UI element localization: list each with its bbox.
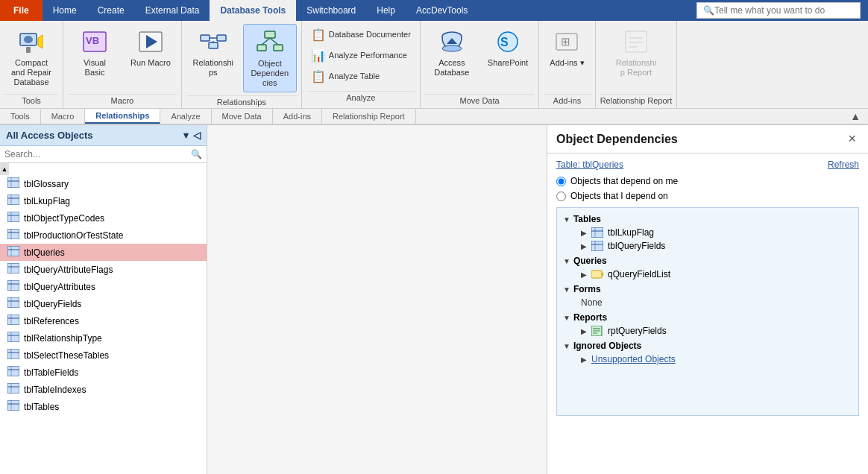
dep-table-link[interactable]: Table: tblQueries — [556, 159, 623, 170]
run-macro-icon — [136, 27, 166, 57]
collapse-ribbon-button[interactable]: ▲ — [843, 110, 868, 122]
dep-radio-i-depend-on: Objects that I depend on — [556, 191, 859, 201]
table-icon-tblLkupFlag — [591, 227, 603, 238]
tab-database-tools[interactable]: Database Tools — [210, 0, 296, 21]
relationships-button[interactable]: Relationships — [186, 24, 240, 80]
tab-help[interactable]: Help — [366, 0, 406, 21]
tab-switchboard[interactable]: Switchboard — [296, 0, 366, 21]
dep-tree-section-ignored: ▼ Ignored Objects ▶ Unsupported Objects — [560, 339, 855, 366]
sidebar-item-tblQueryAttributes[interactable]: tblQueryAttributes — [0, 278, 207, 295]
tab-external-data[interactable]: External Data — [135, 0, 210, 21]
sidebar-search-input[interactable] — [4, 149, 188, 159]
table-icon-tblTableIndexes — [7, 383, 19, 396]
dep-unsupported-objects-link[interactable]: Unsupported Objects — [591, 354, 676, 364]
table-icon-tblQueryFields — [591, 241, 603, 251]
dep-radio-depend-on-me-input[interactable] — [556, 177, 566, 186]
dep-item-label-rptQueryFields: rptQueryFields — [608, 326, 667, 336]
rbb-relationships[interactable]: Relationships — [85, 109, 160, 124]
ribbon-group-tools: Compact and Repair Database Tools — [0, 21, 63, 108]
svg-rect-65 — [7, 383, 19, 394]
rbb-tools[interactable]: Tools — [0, 109, 41, 124]
sidebar-item-tblQueries[interactable]: tblQueries — [0, 244, 207, 261]
add-ins-button[interactable]: ⊞ Add-ins ▾ — [544, 24, 590, 71]
rbb-analyze[interactable]: Analyze — [160, 109, 211, 124]
svg-rect-47 — [7, 280, 19, 291]
ribbon-group-macro: VB Visual Basic Run Macro Macro — [63, 21, 182, 108]
database-documenter-button[interactable]: 📋 Database Documenter — [306, 25, 415, 44]
tab-create[interactable]: Create — [87, 0, 135, 21]
object-dependencies-button[interactable]: Object Dependencies — [243, 24, 297, 92]
sidebar-item-label-tblRelationshipType: tblRelationshipType — [24, 333, 102, 344]
sidebar-item-tblObjectTypeCodes[interactable]: tblObjectTypeCodes — [0, 209, 207, 227]
sidebar-item-tblTables[interactable]: tblTables — [0, 398, 207, 415]
dep-refresh-button[interactable]: Refresh — [828, 159, 859, 170]
sidebar-title: All Access Objects — [6, 130, 93, 141]
item-arrow-qQueryFieldList: ▶ — [581, 271, 587, 279]
sidebar-item-tblQueryFields[interactable]: tblQueryFields — [0, 295, 207, 312]
sidebar-scroll-up[interactable]: ▲ — [0, 163, 9, 175]
sidebar-item-tblReferences[interactable]: tblReferences — [0, 312, 207, 329]
visual-basic-icon: VB — [80, 27, 110, 57]
table-icon-tblLkupFlag — [7, 195, 19, 207]
relationship-report-button[interactable]: Relationship Report — [609, 24, 663, 80]
rbb-macro[interactable]: Macro — [41, 109, 86, 124]
dep-tree-header-forms[interactable]: ▼ Forms — [560, 282, 855, 296]
sidebar-item-label-tblSelectTheseTables: tblSelectTheseTables — [24, 350, 109, 361]
sidebar-close-icon[interactable]: ◁ — [193, 130, 201, 141]
svg-point-1 — [24, 36, 33, 43]
macro-group-label: Macro — [68, 94, 177, 108]
compact-repair-button[interactable]: Compact and Repair Database — [4, 24, 58, 91]
sidebar-item-tblProductionOrTestState[interactable]: tblProductionOrTestState — [0, 227, 207, 244]
rbb-move-data[interactable]: Move Data — [212, 109, 273, 124]
dep-tree-item-qQueryFieldList[interactable]: ▶ qQueryFieldList — [560, 268, 855, 281]
object-dependencies-label: Object Dependencies — [250, 59, 290, 89]
svg-text:S: S — [500, 36, 509, 48]
rbb-add-ins[interactable]: Add-ins — [273, 109, 322, 124]
sharepoint-icon: S — [493, 27, 523, 57]
table-icon-tblObjectTypeCodes — [7, 212, 19, 224]
analyze-performance-button[interactable]: 📊 Analyze Performance — [306, 46, 415, 65]
rbb-rel-report[interactable]: Relationship Report — [322, 109, 416, 124]
access-database-button[interactable]: Access Database — [425, 24, 479, 80]
dep-tree-section-forms: ▼ Forms None — [560, 282, 855, 309]
dep-tree-item-unsupported[interactable]: ▶ Unsupported Objects — [560, 353, 855, 366]
sharepoint-button[interactable]: S SharePoint — [482, 24, 534, 71]
sidebar-menu-icon[interactable]: ▾ — [183, 130, 189, 141]
dep-radio-i-depend-on-input[interactable] — [556, 192, 566, 201]
ribbon-bar: Compact and Repair Database Tools VB Vis… — [0, 21, 868, 109]
ribbon-group-tools-items: Compact and Repair Database — [4, 24, 58, 94]
obj-dep-close-button[interactable]: × — [845, 131, 859, 147]
sidebar-item-tblSelectTheseTables[interactable]: tblSelectTheseTables — [0, 347, 207, 364]
database-documenter-icon: 📋 — [311, 28, 326, 42]
ribbon-search-input[interactable] — [714, 5, 849, 16]
sidebar-item-tblLkupFlag[interactable]: tblLkupFlag — [0, 192, 207, 209]
dep-tree-header-tables[interactable]: ▼ Tables — [560, 212, 855, 226]
sidebar-item-tblRelationshipType[interactable]: tblRelationshipType — [0, 329, 207, 347]
dep-tree-header-queries[interactable]: ▼ Queries — [560, 254, 855, 268]
sidebar-item-tblGlossary[interactable]: tblGlossary — [0, 175, 207, 192]
dep-tree-item-tblLkupFlag[interactable]: ▶ tblLkupFlag — [560, 226, 855, 239]
ribbon-group-rel-report-items: Relationship Report — [600, 24, 673, 94]
dep-tree-item-tblQueryFields[interactable]: ▶ tblQueryFields — [560, 239, 855, 253]
dep-item-label-tblQueryFields: tblQueryFields — [608, 241, 665, 251]
dep-tree-header-ignored[interactable]: ▼ Ignored Objects — [560, 339, 855, 353]
tables-collapse-arrow: ▼ — [563, 215, 570, 224]
analyze-table-button[interactable]: 📋 Analyze Table — [306, 67, 415, 86]
analyze-performance-icon: 📊 — [311, 48, 326, 63]
svg-text:⊞: ⊞ — [561, 35, 570, 48]
sidebar-item-label-tblObjectTypeCodes: tblObjectTypeCodes — [24, 213, 104, 224]
item-arrow-tblQueryFields: ▶ — [581, 242, 587, 250]
sidebar-item-tblTableFields[interactable]: tblTableFields — [0, 364, 207, 381]
tab-acc-dev-tools[interactable]: AccDevTools — [406, 0, 478, 21]
run-macro-button[interactable]: Run Macro — [125, 24, 177, 71]
table-icon-tblQueryFields — [7, 297, 19, 310]
tab-file[interactable]: File — [0, 0, 43, 21]
visual-basic-button[interactable]: VB Visual Basic — [68, 24, 122, 80]
dep-tree-item-rptQueryFields[interactable]: ▶ rptQueryFields — [560, 324, 855, 338]
dep-tree-header-reports[interactable]: ▼ Reports — [560, 311, 855, 324]
tab-home[interactable]: Home — [43, 0, 87, 21]
sidebar-header-icons: ▾ ◁ — [183, 130, 201, 141]
svg-rect-50 — [7, 297, 19, 308]
sidebar-item-tblQueryAttributeFlags[interactable]: tblQueryAttributeFlags — [0, 261, 207, 278]
sidebar-item-tblTableIndexes[interactable]: tblTableIndexes — [0, 381, 207, 398]
